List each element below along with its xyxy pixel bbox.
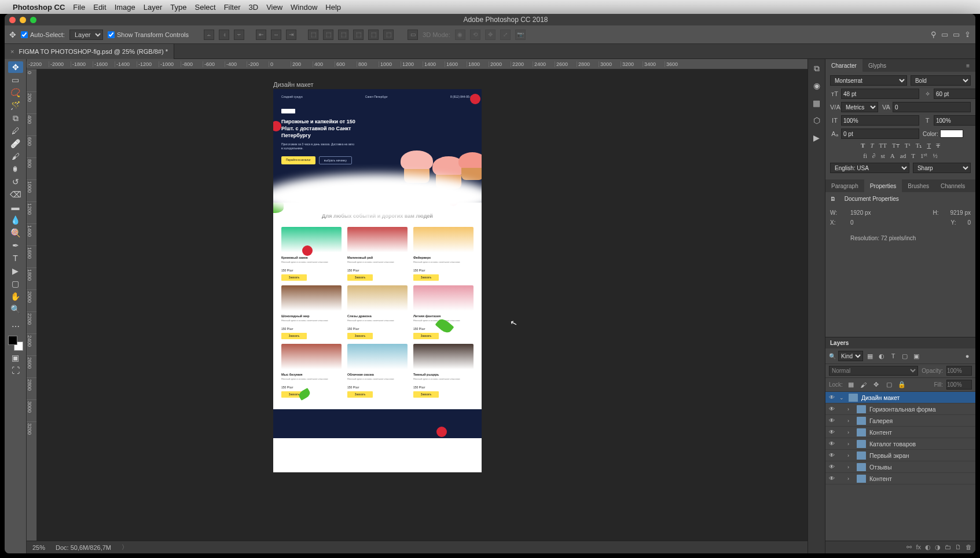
superscript-icon[interactable]: T¹	[905, 142, 911, 149]
swatches-panel-icon[interactable]: ▦	[812, 98, 822, 108]
menu-3d[interactable]: 3D	[249, 3, 259, 12]
layer-row[interactable]: 👁 › Каталог товаров	[825, 438, 975, 450]
expand-icon[interactable]: ›	[847, 453, 853, 458]
language-select[interactable]: English: USA	[830, 163, 909, 173]
lock-pixels-icon[interactable]: 🖌	[859, 380, 868, 390]
actions-panel-icon[interactable]: ▶	[812, 133, 822, 142]
close-icon[interactable]	[9, 17, 16, 23]
filter-type-icon[interactable]: T	[889, 351, 898, 361]
lock-all-icon[interactable]: 🔒	[897, 380, 906, 390]
fractions-icon[interactable]: ½	[933, 152, 937, 160]
distribute-v-icon[interactable]: ⬚	[323, 30, 333, 40]
panel-menu-icon[interactable]: ≡	[960, 59, 975, 72]
pen-tool[interactable]: ✒	[8, 240, 23, 251]
baseline-input[interactable]	[841, 129, 919, 139]
crop-tool[interactable]: ⧉	[8, 112, 23, 124]
stylistic-icon[interactable]: ad	[900, 152, 906, 160]
menu-layer[interactable]: Layer	[144, 3, 163, 12]
tracking-input[interactable]	[893, 102, 971, 112]
quick-select-tool[interactable]: 🪄	[8, 100, 23, 111]
type-tool[interactable]: T	[8, 252, 23, 264]
zoom-level[interactable]: 25%	[32, 544, 45, 551]
layer-row[interactable]: 👁 ⌄ Дизайн макет	[825, 392, 975, 403]
maximize-icon[interactable]	[30, 17, 36, 23]
distribute-4-icon[interactable]: ⬚	[353, 30, 364, 40]
vertical-ruler[interactable]: 0200400600800100012001400160018002000220…	[27, 69, 37, 541]
align-hcenter-icon[interactable]: ↔	[271, 30, 281, 40]
opacity-input[interactable]	[946, 366, 972, 376]
distribute-h-icon[interactable]: ⬚	[308, 30, 318, 40]
stamp-tool[interactable]: ⧯	[8, 163, 23, 175]
expand-icon[interactable]: ⌄	[839, 395, 845, 401]
search-icon[interactable]: ⚲	[931, 30, 937, 39]
new-layer-icon[interactable]: 🗋	[955, 544, 961, 551]
move-tool[interactable]: ✥	[8, 61, 23, 73]
ligatures-icon[interactable]: fi	[863, 152, 867, 160]
doc-size[interactable]: Doc: 50,6M/826,7M	[56, 544, 111, 551]
visibility-icon[interactable]: 👁	[828, 464, 836, 470]
font-family-select[interactable]: Montserrat	[830, 75, 907, 86]
history-panel-icon[interactable]: ⧉	[812, 64, 822, 73]
filter-shape-icon[interactable]: ▢	[900, 351, 909, 361]
menu-window[interactable]: Window	[291, 3, 317, 12]
filter-adjust-icon[interactable]: ◐	[877, 351, 886, 361]
titling-icon[interactable]: T	[911, 152, 915, 160]
expand-icon[interactable]: ›	[847, 429, 853, 435]
history-brush-tool[interactable]: ↺	[8, 176, 23, 188]
visibility-icon[interactable]: 👁	[828, 417, 836, 424]
align-bottom-icon[interactable]: ⫟	[234, 30, 244, 40]
app-name[interactable]: Photoshop CC	[13, 3, 65, 12]
brush-tool[interactable]: 🖌	[8, 150, 23, 162]
foreground-background-colors[interactable]	[8, 336, 23, 351]
tab-properties[interactable]: Properties	[864, 179, 902, 192]
horizontal-ruler[interactable]: -2200-2000-1800-1600-1400-1200-1000-800-…	[27, 59, 808, 69]
align-top-icon[interactable]: ⫠	[204, 30, 214, 40]
3d-panel-icon[interactable]: ⬡	[812, 116, 822, 125]
lock-transparency-icon[interactable]: ▦	[846, 380, 856, 390]
layer-fx-icon[interactable]: fx	[916, 544, 921, 551]
layer-row[interactable]: 👁 › Отзывы	[825, 461, 975, 473]
expand-icon[interactable]: ›	[847, 418, 853, 424]
layer-row[interactable]: 👁 › Горизонтальная форма	[825, 403, 975, 415]
heal-tool[interactable]: 🩹	[8, 138, 23, 149]
menu-type[interactable]: Type	[170, 3, 186, 12]
discretionary-icon[interactable]: st	[881, 152, 885, 160]
expand-icon[interactable]: ›	[847, 476, 853, 482]
share-icon[interactable]: ⇪	[964, 30, 971, 39]
menu-file[interactable]: File	[73, 3, 85, 12]
smallcaps-icon[interactable]: Tᴛ	[892, 142, 900, 149]
expand-icon[interactable]: ›	[847, 464, 853, 470]
align-right-icon[interactable]: ⇥	[286, 30, 296, 40]
vscale-input[interactable]	[841, 115, 919, 126]
menu-view[interactable]: View	[266, 3, 282, 12]
fill-input[interactable]	[946, 380, 972, 390]
expand-icon[interactable]: ›	[847, 406, 853, 412]
distribute-3-icon[interactable]: ⬚	[338, 30, 348, 40]
filter-pixel-icon[interactable]: ▦	[865, 351, 875, 361]
hand-tool[interactable]: ✋	[8, 291, 23, 302]
panel2-menu-icon[interactable]: ≡	[971, 179, 975, 192]
lasso-tool[interactable]: 📿	[8, 87, 23, 98]
layer-row[interactable]: 👁 › Галерея	[825, 415, 975, 427]
subscript-icon[interactable]: T₁	[916, 142, 922, 149]
contextual-icon[interactable]: ∂	[872, 152, 875, 160]
lock-position-icon[interactable]: ✥	[872, 380, 881, 390]
canvas-viewport[interactable]: Дизайн макет Сладкий сундук Санкт-Петерб…	[37, 69, 808, 541]
allcaps-icon[interactable]: TT	[879, 142, 887, 149]
expand-icon[interactable]: ›	[847, 441, 853, 447]
layer-list[interactable]: 👁 ⌄ Дизайн макет👁 › Горизонтальная форма…	[825, 392, 975, 541]
filter-toggle-icon[interactable]: ●	[963, 351, 972, 361]
font-size-input[interactable]	[841, 89, 919, 99]
swash-icon[interactable]: A	[890, 152, 895, 160]
layer-row[interactable]: 👁 › Контент	[825, 427, 975, 438]
edit-toolbar[interactable]: ⋯	[8, 321, 23, 332]
zoom-tool[interactable]: 🔍	[8, 303, 23, 315]
rectangle-tool[interactable]: ▢	[8, 278, 23, 289]
bold-icon[interactable]: T	[861, 142, 865, 149]
auto-align-icon[interactable]: ▭	[408, 30, 418, 40]
strikethrough-icon[interactable]: T	[936, 142, 940, 149]
distribute-6-icon[interactable]: ⬚	[383, 30, 394, 40]
kerning-select[interactable]: Metrics	[841, 102, 878, 112]
layer-row[interactable]: 👁 › Контент	[825, 473, 975, 484]
link-layers-icon[interactable]: ⚯	[906, 544, 912, 551]
